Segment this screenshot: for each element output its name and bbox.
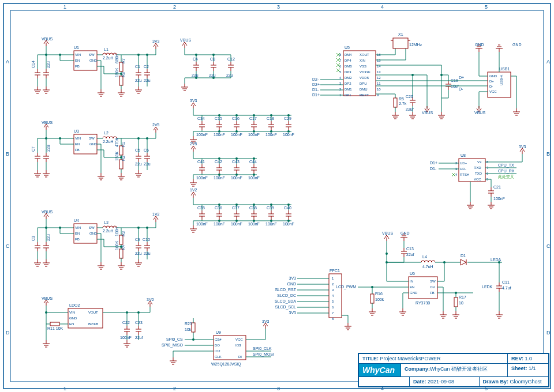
svg-text:IO3: IO3 (235, 344, 241, 347)
svg-text:D1-: D1- (430, 167, 437, 171)
svg-text:DP1: DP1 (345, 93, 351, 97)
svg-text:100nF: 100nF (196, 222, 208, 226)
schematic-sheet: 1 2 3 4 5 1 2 3 4 5 A B C D A B C D VBUS… (0, 0, 554, 392)
svg-text:GND: GND (512, 43, 522, 47)
svg-text:100nF: 100nF (214, 176, 225, 180)
svg-text:IN: IN (410, 280, 413, 283)
svg-text:VBUS: VBUS (42, 37, 53, 41)
svg-text:3V3: 3V3 (152, 39, 160, 43)
svg-text:2V5: 2V5 (152, 123, 160, 127)
svg-text:C5: C5 (135, 148, 140, 152)
svg-text:D-: D- (459, 87, 463, 91)
svg-text:7: 7 (332, 311, 334, 315)
svg-text:22u: 22u (46, 145, 50, 152)
svg-text:D1-: D1- (312, 88, 319, 92)
svg-text:XOUT: XOUT (360, 53, 369, 56)
svg-text:2V5: 2V5 (190, 142, 197, 146)
svg-text:22uf: 22uf (135, 336, 143, 340)
svg-text:R25: R25 (185, 322, 192, 326)
svg-text:C17: C17 (249, 116, 257, 120)
company-value: WhyCan 硅酷开发者社区 (430, 366, 488, 372)
svg-text:B: B (546, 151, 550, 157)
svg-text:C14: C14 (31, 61, 35, 68)
svg-text:VBUS: VBUS (42, 120, 53, 125)
svg-text:VBUS: VBUS (42, 296, 53, 300)
logo: WhyCan (359, 364, 401, 376)
title-block: TITLE: Project MavericksPOWER REV: 1.0 W… (358, 353, 549, 387)
svg-text:D1: D1 (461, 254, 466, 258)
svg-text:DM1: DM1 (345, 88, 352, 91)
fpc-block: FPC1 3V31GND2SLCD_RST3SLCD_DC4SLCD_SDA5S… (275, 269, 351, 330)
svg-text:U4: U4 (74, 218, 79, 223)
svg-text:SLCD_SDA: SLCD_SDA (275, 299, 296, 304)
svg-text:FB: FB (75, 65, 80, 68)
svg-text:C16: C16 (232, 116, 239, 120)
svg-text:DP2: DP2 (345, 82, 351, 85)
svg-text:FB: FB (75, 148, 80, 152)
svg-text:U6: U6 (410, 272, 415, 276)
sheet-value: 1/1 (529, 365, 536, 371)
svg-text:22u: 22u (144, 251, 151, 255)
svg-text:C8: C8 (210, 57, 215, 61)
svg-text:X1: X1 (398, 32, 403, 36)
svg-text:FPC1: FPC1 (330, 269, 340, 273)
svg-text:RXD: RXD (474, 166, 481, 169)
svg-text:XIN: XIN (360, 59, 365, 62)
svg-text:VD33F: VD33F (360, 70, 370, 74)
svg-text:10: 10 (459, 301, 463, 305)
svg-text:2.2uH: 2.2uH (103, 140, 114, 144)
svg-text:GND: GND (69, 316, 77, 320)
svg-text:22u: 22u (135, 78, 142, 82)
svg-text:100nF: 100nF (196, 176, 208, 180)
svg-text:EN: EN (75, 232, 80, 235)
svg-text:22u: 22u (144, 162, 151, 166)
svg-text:3V3: 3V3 (262, 319, 269, 323)
svg-text:VIN: VIN (75, 53, 81, 56)
buck3-block: VBUS C322u U4 VINSWENGNDFB L32.2uH R3100… (31, 210, 160, 269)
svg-text:U3: U3 (74, 129, 79, 133)
svg-text:DP3: DP3 (345, 70, 351, 74)
svg-text:C23: C23 (135, 321, 143, 325)
svg-text:100nF: 100nF (231, 176, 242, 180)
svg-text:C12: C12 (227, 57, 235, 61)
svg-text:UD+: UD+ (460, 161, 467, 165)
svg-text:C41: C41 (197, 160, 205, 164)
svg-text:C29: C29 (284, 116, 291, 120)
svg-text:100nF: 100nF (231, 222, 242, 226)
svg-text:VBUS: VBUS (42, 210, 53, 214)
date-label: Date: (413, 379, 426, 385)
svg-text:D2-: D2- (312, 77, 319, 81)
svg-text:GND: GND (287, 282, 296, 286)
svg-text:680K: 680K (115, 54, 119, 63)
svg-text:3V0: 3V0 (147, 297, 154, 301)
svg-text:2: 2 (173, 386, 176, 391)
bank-3v3-caps: C34100nFC15100nFC16100nFC17100nFC18100nF… (196, 114, 294, 137)
svg-text:EN: EN (410, 285, 414, 289)
svg-text:100nF: 100nF (283, 133, 294, 137)
svg-text:USB-A: USB-A (500, 75, 503, 85)
svg-text:DI: DI (238, 355, 242, 359)
bank-1v2-caps: C35100nFC36100nFC37100nFC38100nFC39100nF… (196, 203, 294, 226)
svg-text:1: 1 (332, 277, 334, 280)
svg-text:CLK: CLK (215, 355, 222, 359)
svg-rect-13 (3, 3, 551, 389)
svg-text:C: C (6, 243, 10, 249)
svg-text:2: 2 (173, 4, 176, 10)
svg-text:SLCD_SCL: SLCD_SCL (275, 305, 296, 310)
svg-text:GND: GND (89, 59, 98, 62)
svg-text:GND: GND (89, 142, 98, 146)
svg-text:22u: 22u (226, 73, 233, 77)
svg-text:GND: GND (400, 231, 410, 235)
svg-text:R11 10K: R11 10K (47, 326, 63, 330)
svg-text:100nF: 100nF (248, 176, 260, 180)
rev-label: REV: (511, 356, 523, 361)
svg-text:D+: D+ (489, 80, 494, 83)
svg-text:DO: DO (215, 344, 220, 347)
svg-text:470K: 470K (115, 137, 119, 147)
svg-text:VBUS: VBUS (382, 231, 393, 235)
svg-text:RY3730: RY3730 (415, 301, 430, 305)
sheet-label: Sheet: (511, 365, 527, 371)
svg-text:C43: C43 (232, 160, 239, 164)
svg-text:22u: 22u (192, 73, 199, 77)
svg-text:V3: V3 (477, 160, 482, 164)
